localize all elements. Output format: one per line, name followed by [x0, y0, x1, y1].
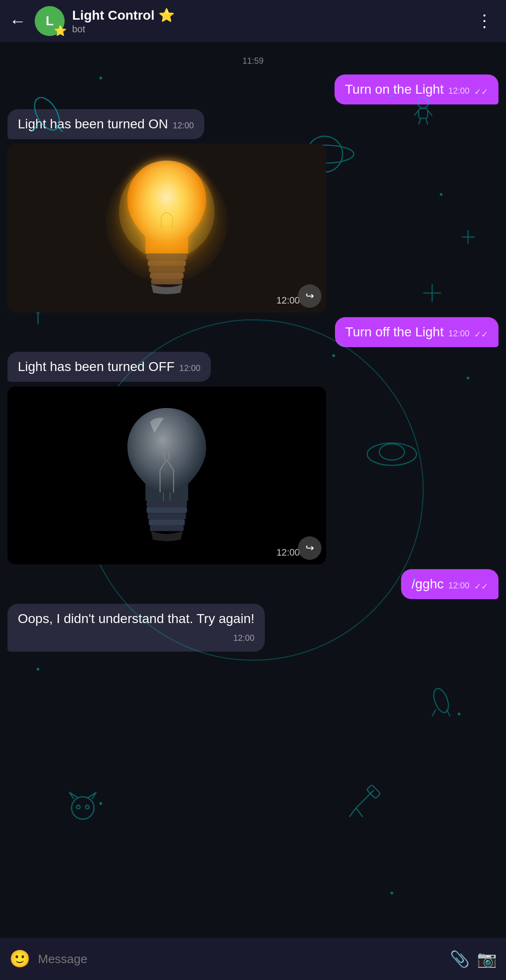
header: ← L ⭐ Light Control ⭐ bot ⋮ [0, 0, 506, 42]
header-info: Light Control ⭐ bot [72, 7, 472, 35]
check-icon: ✓✓ [474, 87, 488, 97]
message-text: Light has been turned ON [18, 117, 168, 132]
attach-button[interactable]: 📎 [450, 950, 469, 968]
svg-point-17 [390, 892, 393, 895]
image-timestamp: 12:00 [276, 295, 300, 306]
svg-rect-58 [147, 507, 187, 513]
title-star-icon: ⭐ [158, 7, 175, 23]
emoji-button[interactable]: 🙂 [9, 949, 30, 969]
svg-point-26 [85, 805, 89, 809]
message-row: /gghc 12:00 ✓✓ [7, 569, 499, 599]
message-text: /gghc [411, 577, 444, 592]
svg-point-15 [458, 713, 461, 715]
svg-rect-61 [150, 526, 184, 531]
header-menu-button[interactable]: ⋮ [472, 7, 497, 35]
avatar-star-icon: ⭐ [54, 25, 67, 37]
svg-rect-59 [148, 513, 186, 519]
chat-title: Light Control ⭐ [72, 7, 472, 23]
svg-rect-40 [367, 785, 381, 799]
message-row: Light has been turned OFF 12:00 [7, 352, 499, 382]
light-on-image: 12:00 ↪ [7, 144, 326, 312]
message-text: Turn on the Light [345, 82, 444, 97]
svg-point-24 [72, 797, 94, 819]
check-icon: ✓✓ [474, 329, 488, 340]
bulb-on-background [7, 144, 326, 312]
bulb-off-background [7, 386, 326, 564]
message-input[interactable] [38, 952, 442, 966]
bulb-glow-effect [106, 161, 228, 283]
svg-line-39 [356, 790, 374, 808]
bulb-off-svg [111, 397, 223, 554]
forward-button[interactable]: ↪ [298, 536, 321, 560]
chat-subtitle: bot [72, 24, 472, 35]
sent-bubble: /gghc 12:00 ✓✓ [401, 569, 499, 599]
message-time: 12:00 [179, 364, 201, 373]
message-time: 12:00 [448, 86, 469, 96]
svg-point-7 [440, 193, 443, 196]
avatar: L ⭐ [35, 6, 65, 36]
message-row: Turn on the Light 12:00 ✓✓ [7, 74, 499, 104]
image-container: 12:00 ↪ [7, 144, 326, 312]
input-bar: 🙂 📎 📷 [0, 938, 506, 980]
message-time: 12:00 [233, 633, 254, 643]
message-row: Light has been turned ON 12:00 [7, 109, 499, 139]
svg-rect-60 [149, 520, 185, 526]
message-time: 12:00 [448, 329, 469, 339]
svg-line-30 [432, 709, 436, 716]
message-text-block: Oops, I didn't understand that. Try agai… [18, 611, 254, 644]
message-row: Oops, I didn't understand that. Try agai… [7, 604, 499, 652]
timestamp-center: 11:59 [7, 56, 499, 66]
back-button[interactable]: ← [9, 13, 26, 30]
light-off-image: 12:00 ↪ [7, 386, 326, 564]
svg-line-41 [350, 808, 356, 817]
svg-line-31 [446, 709, 450, 716]
message-time: 12:00 [173, 121, 194, 131]
received-bubble: Light has been turned ON 12:00 [7, 109, 204, 139]
svg-point-25 [76, 805, 80, 809]
svg-point-27 [367, 443, 417, 466]
received-bubble: Light has been turned OFF 12:00 [7, 352, 211, 382]
message-text: Turn off the Light [345, 325, 444, 340]
image-timestamp: 12:00 [276, 547, 300, 558]
svg-point-16 [99, 802, 102, 805]
sent-bubble: Turn on the Light 12:00 ✓✓ [335, 74, 499, 104]
svg-point-28 [380, 444, 405, 460]
message-text: Light has been turned OFF [18, 359, 175, 374]
svg-rect-57 [147, 501, 187, 507]
image-container: 12:00 ↪ [7, 386, 326, 564]
message-text: Oops, I didn't understand that. Try agai… [18, 611, 254, 626]
check-icon: ✓✓ [474, 581, 488, 592]
chat-area: 11:59 Turn on the Light 12:00 ✓✓ Light h… [0, 42, 506, 938]
forward-button[interactable]: ↪ [298, 284, 321, 308]
received-bubble: Oops, I didn't understand that. Try agai… [7, 604, 265, 652]
message-time: 12:00 [448, 581, 469, 591]
svg-line-42 [356, 808, 363, 817]
message-row: Turn off the Light 12:00 ✓✓ [7, 317, 499, 347]
camera-button[interactable]: 📷 [477, 950, 497, 968]
sent-bubble: Turn off the Light 12:00 ✓✓ [335, 317, 499, 347]
